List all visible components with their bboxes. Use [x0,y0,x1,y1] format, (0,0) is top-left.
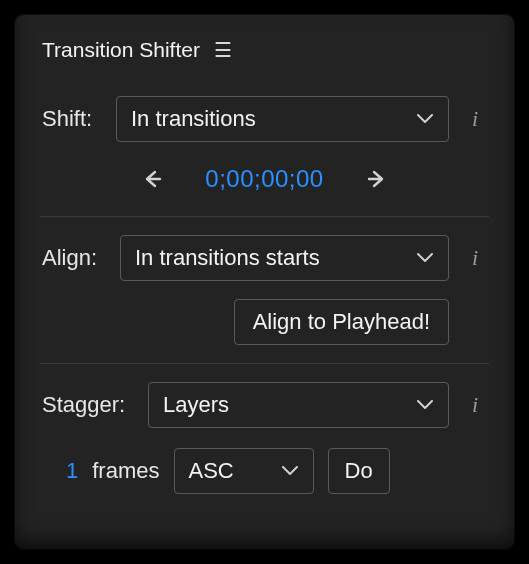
align-label: Align: [42,245,106,271]
stagger-section: Stagger: Layers i 1 frames ASC [40,364,489,512]
align-select-value: In transitions starts [135,245,320,271]
shift-timecode[interactable]: 0;00;00;00 [205,165,323,193]
panel-title: Transition Shifter [42,38,200,62]
stagger-select-value: Layers [163,392,229,418]
align-select[interactable]: In transitions starts [120,235,449,281]
stagger-frame-units: frames [92,458,159,484]
shift-prev-button[interactable] [135,162,169,196]
align-to-playhead-button[interactable]: Align to Playhead! [234,299,449,345]
chevron-down-icon [416,110,434,128]
shift-next-button[interactable] [360,162,394,196]
panel-titlebar: Transition Shifter ☰ [40,34,489,78]
arrow-left-icon [142,169,162,189]
shift-info-icon[interactable]: i [463,106,487,132]
chevron-down-icon [281,462,299,480]
stagger-do-button[interactable]: Do [328,448,390,494]
arrow-right-icon [367,169,387,189]
shift-section: Shift: In transitions i 0;00;00;00 [40,78,489,216]
transition-shifter-panel: Transition Shifter ☰ Shift: In transitio… [14,14,515,550]
stagger-order-select[interactable]: ASC [174,448,314,494]
align-section: Align: In transitions starts i Align to … [40,217,489,363]
chevron-down-icon [416,396,434,414]
shift-select-value: In transitions [131,106,256,132]
stagger-frame-count[interactable]: 1 [66,458,78,484]
stagger-select[interactable]: Layers [148,382,449,428]
stagger-info-icon[interactable]: i [463,392,487,418]
panel-menu-icon[interactable]: ☰ [214,40,232,60]
align-info-icon[interactable]: i [463,245,487,271]
shift-label: Shift: [42,106,102,132]
stagger-label: Stagger: [42,392,134,418]
stagger-order-value: ASC [189,458,234,484]
chevron-down-icon [416,249,434,267]
shift-select[interactable]: In transitions [116,96,449,142]
